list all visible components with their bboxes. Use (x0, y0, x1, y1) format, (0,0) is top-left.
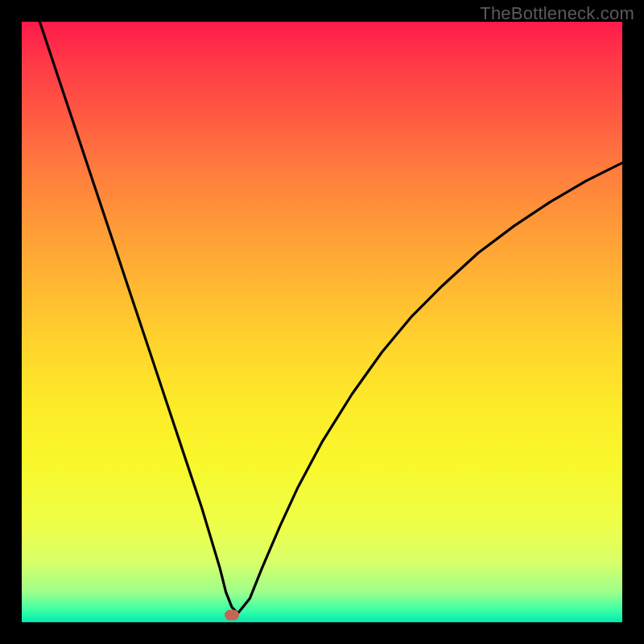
chart-frame: TheBottleneck.com (0, 0, 644, 644)
plot-area (22, 22, 622, 622)
watermark-text: TheBottleneck.com (480, 3, 634, 24)
chart-svg (22, 22, 622, 622)
curve-line (39, 22, 622, 613)
min-marker (225, 610, 239, 621)
